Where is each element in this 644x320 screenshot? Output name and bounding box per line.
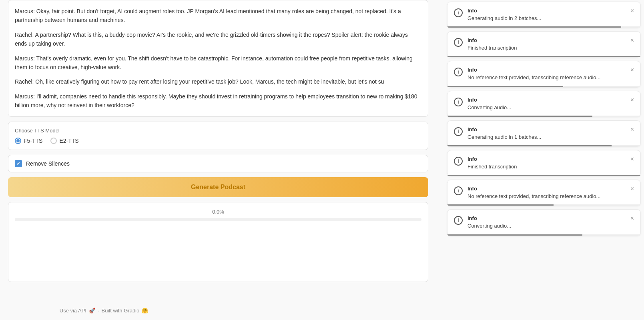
api-text: Use via API bbox=[60, 308, 86, 314]
toast-body-t8: Info Converting audio... bbox=[467, 215, 622, 230]
radio-f5tts-label: F5-TTS bbox=[24, 138, 42, 144]
toast-progress-t3 bbox=[447, 86, 640, 87]
toast-body-t2: Info Finished transcription bbox=[467, 37, 622, 52]
toasts-panel: i Info Generating audio in 2 batches... … bbox=[444, 0, 644, 238]
toast-progress-t4 bbox=[447, 116, 640, 117]
toast-progress-t6 bbox=[447, 175, 640, 176]
toast-title-t5: Info bbox=[467, 126, 622, 132]
radio-e2tts-label: E2-TTS bbox=[59, 138, 78, 144]
toast-close-button-t3[interactable]: × bbox=[627, 67, 634, 73]
toast-info-icon-t3: i bbox=[454, 68, 463, 76]
toast-title-t4: Info bbox=[467, 97, 622, 103]
transcript-para-3: Marcus: That's overly dramatic, even for… bbox=[15, 54, 421, 72]
toast-progress-fill-t8 bbox=[447, 234, 582, 236]
toast-title-t8: Info bbox=[467, 215, 622, 221]
progress-bar-container bbox=[15, 218, 421, 221]
remove-silences-label: Remove Silences bbox=[26, 160, 70, 167]
toast-title-t6: Info bbox=[467, 156, 622, 162]
toast-message-t6: Finished transcription bbox=[467, 163, 622, 170]
remove-silences-checkbox[interactable] bbox=[15, 160, 22, 167]
toast-message-t7: No reference text provided, transcribing… bbox=[467, 193, 622, 200]
toast-info-icon-t1: i bbox=[454, 8, 463, 17]
toast-body-t4: Info Converting audio... bbox=[467, 97, 622, 111]
toast-progress-t8 bbox=[447, 234, 640, 236]
radio-group: F5-TTS E2-TTS bbox=[15, 138, 421, 144]
toast-t7: i Info No reference text provided, trans… bbox=[447, 180, 641, 206]
toast-close-button-t7[interactable]: × bbox=[627, 186, 634, 192]
gradio-icon: 🤗 bbox=[142, 308, 148, 314]
toast-message-t8: Converting audio... bbox=[467, 222, 622, 230]
toast-close-button-t8[interactable]: × bbox=[627, 215, 634, 222]
toast-close-button-t4[interactable]: × bbox=[627, 97, 634, 103]
toast-t4: i Info Converting audio... × bbox=[447, 91, 641, 117]
checkbox-section[interactable]: Remove Silences bbox=[8, 155, 428, 172]
toast-progress-fill-t5 bbox=[447, 145, 612, 146]
toast-message-t1: Generating audio in 2 batches... bbox=[467, 15, 622, 22]
generate-podcast-button[interactable]: Generate Podcast bbox=[8, 177, 428, 197]
rocket-icon: 🚀 bbox=[89, 308, 95, 314]
radio-e2tts-circle bbox=[50, 138, 57, 144]
toast-title-t7: Info bbox=[467, 186, 622, 192]
radio-f5tts[interactable]: F5-TTS bbox=[15, 138, 42, 144]
toast-message-t3: No reference text provided, transcribing… bbox=[467, 74, 622, 81]
toast-progress-fill-t7 bbox=[447, 204, 554, 206]
toast-progress-t2 bbox=[447, 56, 640, 57]
progress-label: 0.0% bbox=[15, 209, 421, 215]
toast-close-button-t5[interactable]: × bbox=[627, 126, 634, 133]
transcript-area: Marcus: Okay, fair point. But don't forg… bbox=[8, 0, 428, 117]
toast-t2: i Info Finished transcription × bbox=[447, 31, 641, 58]
tts-section: Choose TTS Model F5-TTS E2-TTS bbox=[8, 122, 428, 150]
toast-info-icon-t8: i bbox=[454, 216, 463, 225]
toast-info-icon-t4: i bbox=[454, 98, 463, 106]
toast-title-t1: Info bbox=[467, 8, 622, 14]
toast-message-t5: Generating audio in 1 batches... bbox=[467, 134, 622, 141]
toast-progress-t7 bbox=[447, 204, 640, 206]
toast-close-button-t2[interactable]: × bbox=[627, 37, 634, 44]
toast-progress-fill-t3 bbox=[447, 86, 563, 87]
toast-progress-t1 bbox=[447, 26, 640, 28]
radio-e2tts[interactable]: E2-TTS bbox=[50, 138, 78, 144]
toast-progress-t5 bbox=[447, 145, 640, 146]
toast-body-t1: Info Generating audio in 2 batches... bbox=[467, 8, 622, 22]
toast-progress-fill-t2 bbox=[447, 56, 640, 57]
toast-close-button-t1[interactable]: × bbox=[627, 8, 634, 14]
toast-title-t2: Info bbox=[467, 37, 622, 43]
toast-info-icon-t7: i bbox=[454, 186, 463, 195]
toast-t8: i Info Converting audio... × bbox=[447, 209, 641, 236]
built-text: Built with Gradio bbox=[102, 308, 140, 314]
tts-label: Choose TTS Model bbox=[15, 128, 421, 134]
toast-body-t6: Info Finished transcription bbox=[467, 156, 622, 170]
toast-title-t3: Info bbox=[467, 67, 622, 73]
toast-info-icon-t6: i bbox=[454, 157, 463, 166]
footer-separator: · bbox=[98, 308, 99, 314]
toast-t1: i Info Generating audio in 2 batches... … bbox=[447, 2, 641, 28]
transcript-para-4: Rachel: Oh, like creatively figuring out… bbox=[15, 77, 421, 86]
transcript-para-2: Rachel: A partnership? What is this, a b… bbox=[15, 30, 421, 48]
toast-body-t3: Info No reference text provided, transcr… bbox=[467, 67, 622, 81]
toast-info-icon-t2: i bbox=[454, 38, 463, 47]
toast-info-icon-t5: i bbox=[454, 127, 463, 136]
toast-progress-fill-t4 bbox=[447, 116, 592, 117]
transcript-para-5: Marcus: I'll admit, companies need to ha… bbox=[15, 92, 421, 110]
toast-close-button-t6[interactable]: × bbox=[627, 156, 634, 162]
toast-progress-fill-t1 bbox=[447, 26, 621, 28]
toast-message-t4: Converting audio... bbox=[467, 104, 622, 111]
main-content: Marcus: Okay, fair point. But don't forg… bbox=[0, 0, 436, 290]
transcript-para-1: Marcus: Okay, fair point. But don't forg… bbox=[15, 7, 421, 25]
toast-t3: i Info No reference text provided, trans… bbox=[447, 61, 641, 87]
radio-f5tts-circle bbox=[15, 138, 21, 144]
toast-body-t5: Info Generating audio in 1 batches... bbox=[467, 126, 622, 141]
toast-t6: i Info Finished transcription × bbox=[447, 150, 641, 176]
toast-body-t7: Info No reference text provided, transcr… bbox=[467, 186, 622, 200]
toast-message-t2: Finished transcription bbox=[467, 44, 622, 52]
toast-t5: i Info Generating audio in 1 batches... … bbox=[447, 120, 641, 147]
toast-progress-fill-t6 bbox=[447, 175, 640, 176]
footer: Use via API 🚀 · Built with Gradio 🤗 bbox=[0, 301, 208, 320]
output-area: 0.0% bbox=[8, 202, 428, 282]
